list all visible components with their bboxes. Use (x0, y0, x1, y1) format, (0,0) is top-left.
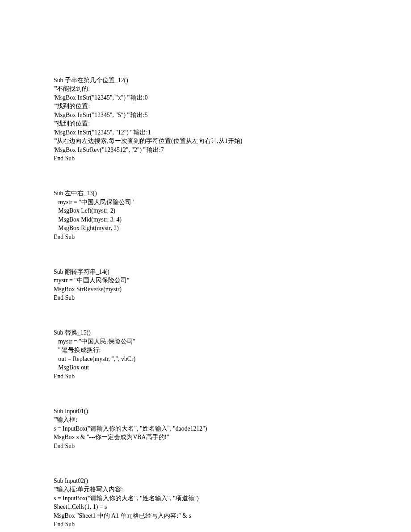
code-block: Sub Input01() '''输入框: s = InputBox("请输入你… (54, 407, 357, 451)
code-block: Sub 替换_15() mystr = "中国人民,保险公司" '''逗号换成换… (54, 328, 357, 381)
code-block: Sub 子串在第几个位置_12() '''不能找到的: 'MsgBox InSt… (54, 76, 357, 163)
code-block: Sub 左中右_13() mystr = "中国人民保险公司" MsgBox L… (54, 189, 357, 241)
code-block: Sub Input02() '''输入框:单元格写入内容: s = InputB… (54, 477, 357, 529)
code-block: Sub 翻转字符串_14() mystr = "中国人民保险公司" MsgBox… (54, 268, 357, 302)
document-page: Sub 子串在第几个位置_12() '''不能找到的: 'MsgBox InSt… (0, 0, 411, 532)
